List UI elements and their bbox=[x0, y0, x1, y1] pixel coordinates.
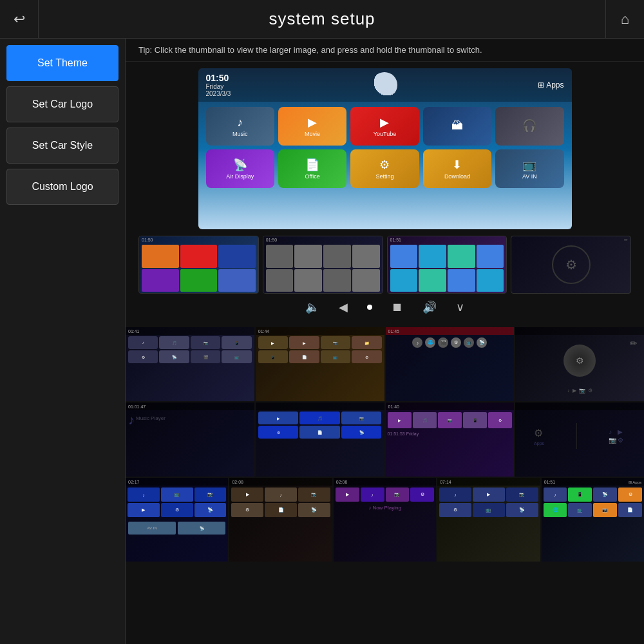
app-music-label: Music bbox=[232, 131, 248, 137]
theme-row-2: 01:01:47 ♪ Music Player ▶ 🎵 📷 ⚙ 📄 📡 bbox=[126, 402, 644, 477]
app-avin[interactable]: 📺 AV IN bbox=[495, 149, 564, 188]
preview-area: 01:50 Friday 2023/3/3 ⊞ Apps ♪ Music ▶ M… bbox=[126, 62, 644, 327]
theme-1-bar: 01:41 bbox=[126, 327, 254, 335]
theme-3-bar: 01:45 bbox=[386, 327, 515, 335]
theme-thumb-1[interactable]: 01:41 ♪ 🎵 📷 📱 ⚙ 📡 🎬 📺 bbox=[126, 327, 254, 401]
app-landscape[interactable]: 🏔 bbox=[423, 107, 491, 146]
tip-text: Tip: Click the thumbnail to view the lar… bbox=[126, 39, 644, 62]
office-icon: 📄 bbox=[305, 158, 319, 172]
theme-thumb-11[interactable]: 02:08 ▶ ♪ 📷 ⚙ ♪ Now Playing bbox=[334, 478, 436, 562]
expand-button[interactable]: ∨ bbox=[456, 300, 464, 314]
theme-12-bar: 07:14 bbox=[437, 478, 540, 486]
stop-button[interactable]: ⏹ bbox=[392, 301, 403, 314]
theme-4-bar bbox=[515, 327, 644, 335]
theme-10-bar: 02:08 bbox=[229, 478, 332, 486]
sidebar-item-set-car-style[interactable]: Set Car Style bbox=[6, 128, 118, 164]
theme-9-bar: 02:17 bbox=[126, 478, 228, 486]
home-button[interactable]: ⌂ bbox=[605, 0, 644, 39]
themes-section: 01:41 ♪ 🎵 📷 📱 ⚙ 📡 🎬 📺 01:44 bbox=[126, 327, 644, 644]
theme-thumb-6[interactable]: ▶ 🎵 📷 ⚙ 📄 📡 bbox=[256, 402, 384, 477]
volume-up-button[interactable]: 🔊 bbox=[422, 300, 437, 314]
app-airdisplay-label: Air Display bbox=[226, 173, 254, 180]
home-icon: ⌂ bbox=[621, 11, 629, 28]
thumb-3[interactable]: 01:51 bbox=[387, 236, 507, 294]
theme-2-icons: ▶ ▶ 📷 📁 📱 📄 📺 ⚙ bbox=[256, 335, 384, 365]
app-avin-label: AV IN bbox=[522, 173, 537, 180]
back-icon: ↩ bbox=[14, 11, 25, 28]
theme-thumb-2[interactable]: 01:44 ▶ ▶ 📷 📁 📱 📄 📺 ⚙ bbox=[256, 327, 384, 401]
app-settings-label: Setting bbox=[375, 173, 393, 180]
apps-label: ⊞ Apps bbox=[538, 80, 564, 90]
app-office-label: Office bbox=[305, 173, 319, 180]
theme-thumb-3[interactable]: 01:45 ♪ 🌐 🎬 ⚙ 📺 📡 bbox=[386, 327, 515, 401]
preview-top-bar: 01:50 Friday 2023/3/3 ⊞ Apps bbox=[198, 68, 572, 102]
theme-2-bar: 01:44 bbox=[256, 327, 384, 335]
sidebar-item-custom-logo[interactable]: Custom Logo bbox=[6, 169, 118, 205]
header: ↩ system setup ⌂ bbox=[0, 0, 644, 39]
download-icon: ⬇ bbox=[452, 158, 462, 172]
theme-row-3: 02:17 ♪ 📺 📷 ▶ ⚙ 📡 AV IN 📡 02 bbox=[126, 478, 644, 562]
theme-thumb-12[interactable]: 07:14 ♪ ▶ 📷 ⚙ 📺 📡 bbox=[437, 478, 540, 562]
theme-11-bar: 02:08 bbox=[334, 478, 436, 486]
avin-icon: 📺 bbox=[522, 158, 536, 172]
theme-row-1: 01:41 ♪ 🎵 📷 📱 ⚙ 📡 🎬 📺 01:44 bbox=[126, 327, 644, 401]
thumb-2[interactable]: 01:50 bbox=[263, 236, 383, 294]
volume-down-button[interactable]: 🔈 bbox=[305, 300, 319, 314]
prev-button[interactable]: ◀ bbox=[339, 300, 348, 314]
app-movie[interactable]: ▶ Movie bbox=[278, 107, 346, 146]
content-area: Tip: Click the thumbnail to view the lar… bbox=[126, 39, 644, 644]
sidebar-item-set-theme[interactable]: Set Theme bbox=[6, 45, 118, 81]
theme-thumb-5[interactable]: 01:01:47 ♪ Music Player bbox=[126, 402, 254, 477]
page-title: system setup bbox=[39, 9, 605, 29]
thumb-4[interactable]: ⚙ ✏ bbox=[511, 236, 631, 294]
theme-thumb-8[interactable]: ⚙ Apps ♪ ▶ 📷 ⚙ bbox=[515, 402, 644, 477]
back-button[interactable]: ↩ bbox=[0, 0, 39, 39]
app-office[interactable]: 📄 Office bbox=[278, 149, 346, 188]
landscape-icon: 🏔 bbox=[451, 119, 463, 133]
airdisplay-icon: 📡 bbox=[233, 158, 247, 172]
app-airdisplay[interactable]: 📡 Air Display bbox=[206, 149, 274, 188]
music-icon: ♪ bbox=[237, 116, 243, 129]
app-youtube[interactable]: ▶ YouTube bbox=[350, 107, 419, 146]
theme-5-bar: 01:01:47 bbox=[126, 402, 254, 410]
app-download[interactable]: ⬇ Download bbox=[423, 149, 491, 188]
thumb-strip: 01:50 01:50 bbox=[132, 236, 638, 294]
theme-thumb-10[interactable]: 02:08 ▶ ♪ 📷 ⚙ 📄 📡 bbox=[229, 478, 332, 562]
app-grid: ♪ Music ▶ Movie ▶ YouTube 🏔 bbox=[198, 102, 572, 193]
theme-7-bar: 01:40 bbox=[386, 402, 515, 410]
sidebar-item-set-car-logo[interactable]: Set Car Logo bbox=[6, 86, 118, 122]
app-movie-label: Movie bbox=[305, 131, 320, 137]
audio-icon: 🎧 bbox=[522, 118, 536, 133]
main-preview[interactable]: 01:50 Friday 2023/3/3 ⊞ Apps ♪ Music ▶ M… bbox=[198, 68, 572, 229]
theme-thumb-7[interactable]: 01:40 ▶ 🎵 📷 📱 ⚙ 01:51:53 Friday bbox=[386, 402, 515, 477]
theme-thumb-13[interactable]: 01:51⊞ Apps ♪ 📱 📡 ⚙ 🌐 📺 📷 📄 bbox=[542, 478, 644, 562]
theme-6-icons: ▶ 🎵 📷 ⚙ 📄 📡 bbox=[256, 410, 384, 440]
app-music[interactable]: ♪ Music bbox=[206, 107, 274, 146]
thumb-1[interactable]: 01:50 bbox=[138, 236, 259, 294]
sidebar: Set Theme Set Car Logo Set Car Style Cus… bbox=[0, 39, 126, 644]
app-settings[interactable]: ⚙ Setting bbox=[350, 149, 419, 188]
movie-icon: ▶ bbox=[308, 115, 317, 129]
play-indicator[interactable] bbox=[367, 305, 372, 310]
theme-thumb-4[interactable]: ⚙ ✏ ♪ ▶ 📷 ⚙ bbox=[515, 327, 644, 401]
theme-6-bar bbox=[256, 402, 384, 410]
media-controls: 🔈 ◀ ⏹ 🔊 ∨ bbox=[299, 294, 471, 321]
preview-time: 01:50 Friday 2023/3/3 bbox=[206, 73, 231, 97]
settings-icon: ⚙ bbox=[379, 158, 390, 172]
app-youtube-label: YouTube bbox=[374, 131, 396, 137]
theme-1-icons: ♪ 🎵 📷 📱 ⚙ 📡 🎬 📺 bbox=[126, 335, 254, 365]
theme-8-bar bbox=[515, 402, 644, 410]
app-audio[interactable]: 🎧 bbox=[495, 107, 564, 146]
theme-13-bar: 01:51⊞ Apps bbox=[542, 478, 644, 486]
app-download-label: Download bbox=[444, 173, 470, 180]
moon-icon bbox=[372, 72, 397, 98]
main-layout: Set Theme Set Car Logo Set Car Style Cus… bbox=[0, 39, 644, 644]
theme-thumb-9[interactable]: 02:17 ♪ 📺 📷 ▶ ⚙ 📡 AV IN 📡 bbox=[126, 478, 228, 562]
youtube-icon: ▶ bbox=[380, 115, 389, 129]
